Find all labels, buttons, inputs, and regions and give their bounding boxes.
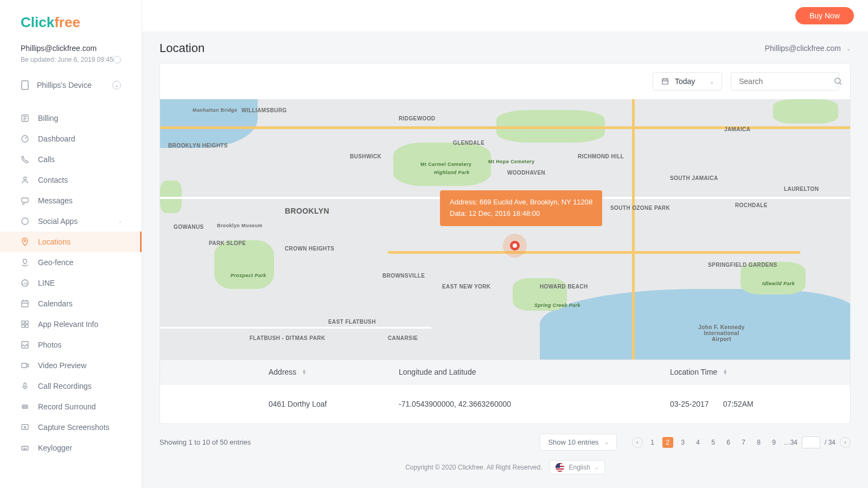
nav-call-recordings[interactable]: Call Recordings: [0, 376, 142, 396]
svg-rect-0: [22, 81, 28, 89]
nav-locations[interactable]: Locations: [0, 232, 142, 252]
page-2[interactable]: 2: [662, 437, 673, 448]
nav-keylogger[interactable]: Keylogger: [0, 438, 142, 458]
buy-now-button[interactable]: Buy Now: [795, 7, 854, 24]
map-label: BROWNSVILLE: [382, 273, 425, 279]
map-label: Mt Carmel Cemetery: [420, 162, 471, 167]
nav-messages[interactable]: Messages: [0, 190, 142, 211]
page-3[interactable]: 3: [678, 437, 688, 448]
page-9[interactable]: 9: [769, 437, 780, 448]
photos-icon: [21, 341, 29, 349]
map-label: WOODHAVEN: [507, 170, 545, 176]
pagination: ‹ 1 2 3 4 5 6 7 8 9 …34 / 34 ›: [632, 436, 851, 448]
nav-record-surround[interactable]: Record Surround: [0, 396, 142, 417]
page-header: Location Phillips@clickfree.com ⌄: [142, 31, 868, 63]
th-time[interactable]: Location Time▲▼: [616, 360, 850, 384]
nav-label: Calls: [38, 155, 55, 164]
search-box[interactable]: [731, 72, 839, 91]
nav-geofence[interactable]: Geo-fence: [0, 252, 142, 273]
map-marker[interactable]: [503, 234, 527, 258]
nav-photos[interactable]: Photos: [0, 335, 142, 355]
nav-label: Keylogger: [38, 444, 72, 452]
svg-rect-13: [25, 325, 28, 328]
map-label: EAST NEW YORK: [442, 284, 490, 290]
svg-point-19: [25, 406, 27, 407]
language-select[interactable]: English ⌄: [550, 460, 604, 474]
header-user-menu[interactable]: Phillips@clickfree.com ⌄: [765, 44, 851, 53]
surround-icon: [21, 402, 29, 411]
search-input[interactable]: [739, 73, 834, 90]
th-coord[interactable]: Longitude and Latitude: [388, 360, 616, 384]
nav-line[interactable]: LINELINE: [0, 273, 142, 293]
page-8[interactable]: 8: [754, 437, 764, 448]
billing-icon: [21, 114, 29, 123]
page-1[interactable]: 1: [647, 437, 658, 448]
map-label: JAMAICA: [724, 126, 750, 132]
nav-app-info[interactable]: App Relevant Info: [0, 314, 142, 335]
nav-screenshots[interactable]: Capture Screenshots: [0, 417, 142, 438]
table-row[interactable]: 0461 Dorthy Loaf -71.0543900000, 42.3663…: [160, 384, 850, 423]
calendar-icon: [21, 299, 29, 308]
svg-point-6: [24, 240, 26, 242]
nav: Billing Dashboard Calls Contacts Message…: [0, 108, 142, 458]
th-label: Location Time: [670, 368, 717, 376]
table-header: Address▲▼ Longitude and Latitude Locatio…: [160, 359, 850, 384]
map[interactable]: Manhattan Bridge WILLIAMSBURG RIDGEWOOD …: [160, 99, 850, 359]
nav-calendars[interactable]: Calendars: [0, 293, 142, 314]
nav-label: Contacts: [38, 176, 68, 184]
logo: Clickfree: [0, 14, 142, 44]
nav-label: Call Recordings: [38, 382, 92, 390]
map-label: FLATBUSH - DITMAS PARK: [250, 335, 326, 341]
svg-rect-15: [22, 363, 27, 368]
location-icon: [21, 237, 29, 246]
nav-calls[interactable]: Calls: [0, 149, 142, 170]
page-next[interactable]: ›: [840, 437, 851, 448]
nav-social-apps[interactable]: Social Apps›: [0, 211, 142, 232]
nav-label: LINE: [38, 279, 55, 287]
device-label: Phillips's Device: [37, 81, 92, 89]
map-tooltip: Address: 669 Euclid Ave, Brooklyn, NY 11…: [440, 190, 602, 226]
svg-rect-16: [24, 383, 26, 387]
line-icon: LINE: [21, 279, 29, 287]
page-prev[interactable]: ‹: [632, 437, 643, 448]
table-footer: Showing 1 to 10 of 50 entries Show 10 en…: [142, 424, 868, 455]
entries-label: Show 10 entries: [548, 438, 598, 446]
chevron-down-icon: ⌄: [710, 79, 714, 85]
map-label: PARK SLOPE: [209, 240, 246, 246]
nav-dashboard[interactable]: Dashboard: [0, 129, 142, 149]
nav-label: Billing: [38, 114, 58, 123]
search-icon[interactable]: [834, 77, 843, 86]
chevron-down-icon: ⌄: [846, 46, 851, 52]
main: Buy Now Location Phillips@clickfree.com …: [142, 0, 868, 488]
content-card: Today ⌄: [159, 63, 851, 424]
svg-rect-22: [662, 79, 668, 85]
page-input[interactable]: [802, 436, 820, 448]
page-total: / 34: [825, 439, 835, 446]
date-filter[interactable]: Today ⌄: [653, 72, 722, 91]
map-label: ROCHDALE: [735, 202, 768, 208]
nav-billing[interactable]: Billing: [0, 108, 142, 129]
map-label: GLENDALE: [453, 140, 484, 146]
social-icon: [21, 217, 29, 226]
page-4[interactable]: 4: [693, 437, 704, 448]
refresh-icon[interactable]: [113, 56, 121, 63]
th-address[interactable]: Address▲▼: [160, 360, 388, 384]
nav-label: Video Preview: [38, 361, 86, 370]
chevron-down-icon: ⌄: [595, 465, 599, 470]
showing-text: Showing 1 to 10 of 50 entries: [159, 438, 251, 446]
page-7[interactable]: 7: [738, 437, 749, 448]
map-label: Manhattan Bridge: [193, 107, 237, 113]
cell-time: 03-25-2017 07:52AM: [616, 384, 850, 423]
map-label: Idlewild Park: [762, 281, 795, 286]
entries-select[interactable]: Show 10 entries ⌄: [540, 434, 616, 451]
svg-rect-11: [25, 321, 28, 324]
map-label: RICHMOND HILL: [578, 153, 624, 159]
nav-video[interactable]: Video Preview: [0, 355, 142, 376]
map-label: HOWARD BEACH: [540, 284, 588, 290]
device-selector[interactable]: Phillips's Device ⌄: [0, 72, 142, 98]
page-ellipsis: …34: [784, 437, 797, 448]
page-6[interactable]: 6: [723, 437, 734, 448]
nav-contacts[interactable]: Contacts: [0, 170, 142, 190]
page-5[interactable]: 5: [708, 437, 719, 448]
map-label: LAURELTON: [784, 186, 819, 192]
